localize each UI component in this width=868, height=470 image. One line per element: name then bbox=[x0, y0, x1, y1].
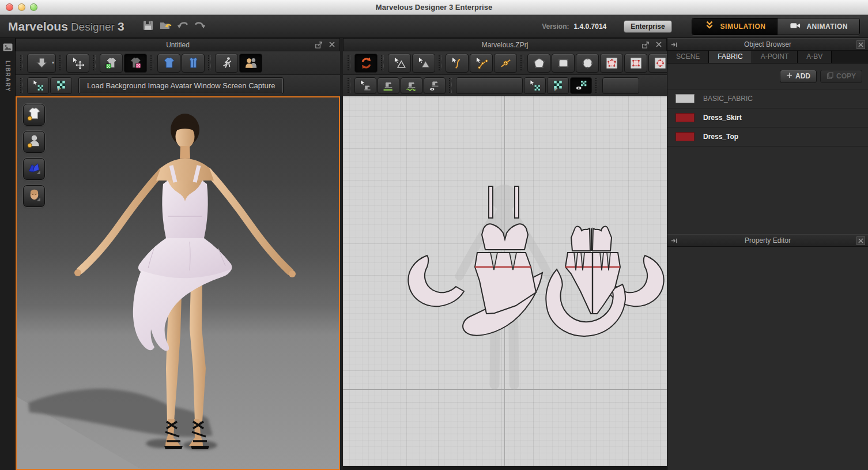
fabric-row-basic-fabric[interactable]: BASIC_FABRIC bbox=[667, 89, 868, 108]
background-image-tip[interactable]: Load Background Image Avatar Window Scre… bbox=[79, 78, 283, 93]
cursor-curve-button[interactable] bbox=[446, 54, 469, 73]
show-texture-button[interactable] bbox=[570, 77, 592, 94]
panel-2d-title: Marvelous.ZPrj bbox=[482, 41, 529, 49]
copy-fabric-button[interactable]: COPY bbox=[820, 70, 862, 83]
show-sewing-button[interactable] bbox=[424, 77, 446, 94]
logo-marvelous: Marvelous bbox=[8, 20, 68, 33]
group-grip-handle[interactable] bbox=[20, 55, 23, 70]
group-grip-handle[interactable] bbox=[348, 55, 350, 70]
object-browser-body: ADD COPY BASIC_FABRIC Dress_Skirt bbox=[667, 63, 868, 234]
object-browser-tabs: SCENE FABRIC A-POINT A-BV bbox=[667, 51, 868, 63]
group-grip-handle[interactable] bbox=[93, 55, 96, 70]
internal-polygon-button[interactable] bbox=[600, 54, 623, 73]
svg-text:P: P bbox=[554, 87, 558, 92]
undo-button[interactable] bbox=[174, 18, 191, 35]
close-icon[interactable] bbox=[856, 40, 865, 49]
show-head-button[interactable] bbox=[23, 185, 45, 207]
add-point-button[interactable] bbox=[494, 54, 517, 73]
panel-3d-header[interactable]: Untitled bbox=[16, 38, 340, 51]
group-grip-handle[interactable] bbox=[381, 55, 384, 70]
close-icon[interactable] bbox=[655, 40, 663, 50]
running-person-button[interactable] bbox=[215, 54, 238, 73]
simulate-arrow-button[interactable]: ▾ bbox=[27, 54, 56, 73]
cursor-curve-points-button[interactable] bbox=[470, 54, 493, 73]
save-button[interactable] bbox=[139, 18, 157, 35]
open-button[interactable] bbox=[157, 18, 174, 35]
close-window-button[interactable] bbox=[6, 3, 13, 11]
group-grip-handle[interactable] bbox=[520, 55, 523, 70]
pattern-back-bodice[interactable] bbox=[571, 227, 612, 251]
group-grip-handle[interactable] bbox=[348, 78, 350, 93]
cursor-texture-button[interactable] bbox=[524, 77, 546, 94]
group-grip-handle[interactable] bbox=[150, 55, 153, 70]
fabric-row-dress-skirt[interactable]: Dress_Skirt bbox=[667, 108, 868, 127]
viewport-2d[interactable] bbox=[343, 96, 667, 466]
blank-wide-button[interactable] bbox=[602, 77, 639, 94]
show-avatar-button[interactable] bbox=[23, 131, 45, 153]
people-button[interactable] bbox=[239, 54, 262, 73]
close-icon[interactable] bbox=[856, 236, 865, 245]
show-cloth-button[interactable] bbox=[23, 158, 45, 180]
property-editor-header[interactable]: Property Editor bbox=[667, 234, 868, 247]
close-icon[interactable] bbox=[328, 40, 336, 50]
internal-rectangle-button[interactable] bbox=[624, 54, 647, 73]
panel-2d-header[interactable]: Marvelous.ZPrj bbox=[343, 38, 667, 51]
fabric-row-dress-top[interactable]: Dress_Top bbox=[667, 127, 868, 146]
object-browser-header[interactable]: Object Browser bbox=[667, 38, 868, 51]
group-grip-handle[interactable] bbox=[439, 55, 441, 70]
group-grip-handle[interactable] bbox=[208, 55, 211, 70]
blank-wide-button[interactable] bbox=[456, 77, 523, 94]
pattern-texture-button[interactable]: P bbox=[547, 77, 569, 94]
enterprise-badge[interactable]: Enterprise bbox=[624, 20, 671, 33]
polygon-tool-button[interactable] bbox=[527, 54, 550, 73]
cursor-triangle-button[interactable] bbox=[388, 54, 411, 73]
zoom-window-button[interactable] bbox=[30, 3, 37, 11]
tab-fabric[interactable]: FABRIC bbox=[709, 51, 752, 63]
group-grip-handle[interactable] bbox=[449, 78, 452, 93]
property-editor-title: Property Editor bbox=[745, 236, 791, 245]
rectangle-tool-button[interactable] bbox=[552, 54, 575, 73]
display-toggle-stack bbox=[23, 104, 45, 207]
group-grip-handle[interactable] bbox=[20, 78, 23, 93]
tab-a-point[interactable]: A-POINT bbox=[752, 51, 798, 63]
redo-button[interactable] bbox=[191, 18, 209, 35]
toolbar-group bbox=[59, 54, 89, 73]
free-sewing-button[interactable] bbox=[401, 77, 422, 94]
shirt-green-dice-button[interactable] bbox=[100, 54, 123, 73]
sync-button[interactable] bbox=[354, 54, 378, 73]
tab-a-bv[interactable]: A-BV bbox=[798, 51, 832, 63]
fabric-swatch[interactable] bbox=[675, 113, 695, 122]
add-fabric-button[interactable]: ADD bbox=[780, 70, 817, 83]
circle-tool-button[interactable] bbox=[576, 54, 599, 73]
fabric-swatch[interactable] bbox=[675, 132, 695, 141]
shirt-pink-dice-button[interactable] bbox=[124, 54, 147, 73]
viewport-3d[interactable] bbox=[16, 96, 340, 470]
avatar-3d-scene bbox=[17, 97, 339, 469]
library-tab[interactable]: LIBRARY bbox=[0, 38, 16, 470]
group-grip-handle[interactable] bbox=[59, 55, 62, 70]
toolbar-2d-row1 bbox=[343, 51, 667, 75]
minimize-window-button[interactable] bbox=[18, 3, 25, 11]
blue-vest-button[interactable] bbox=[182, 54, 205, 73]
pattern-pieces[interactable] bbox=[408, 186, 663, 336]
group-grip-handle[interactable] bbox=[595, 78, 598, 93]
app-logo: Marvelous Designer 3 bbox=[8, 20, 124, 33]
show-garment-button[interactable] bbox=[23, 104, 45, 126]
popout-icon[interactable] bbox=[641, 40, 650, 50]
cursor-triangle-filled-button[interactable] bbox=[412, 54, 435, 73]
simulation-mode-button[interactable]: SIMULATION bbox=[692, 18, 778, 35]
dropdown-caret-icon[interactable]: ▾ bbox=[52, 60, 54, 65]
traffic-lights bbox=[6, 3, 37, 11]
cursor-texture-button[interactable] bbox=[27, 77, 49, 94]
tab-scene[interactable]: SCENE bbox=[667, 51, 709, 63]
fabric-swatch[interactable] bbox=[675, 94, 695, 103]
blue-shirt-button[interactable] bbox=[157, 54, 180, 73]
collapse-arrow-icon[interactable] bbox=[670, 40, 679, 51]
cursor-sewing-button[interactable] bbox=[354, 77, 376, 94]
segment-sewing-button[interactable]: > bbox=[378, 77, 399, 94]
popout-icon[interactable] bbox=[314, 40, 323, 50]
cursor-move-button[interactable] bbox=[66, 54, 89, 73]
pattern-texture-button[interactable]: P bbox=[50, 77, 72, 94]
collapse-arrow-icon[interactable] bbox=[670, 236, 679, 247]
animation-mode-button[interactable]: ANIMATION bbox=[777, 18, 859, 35]
